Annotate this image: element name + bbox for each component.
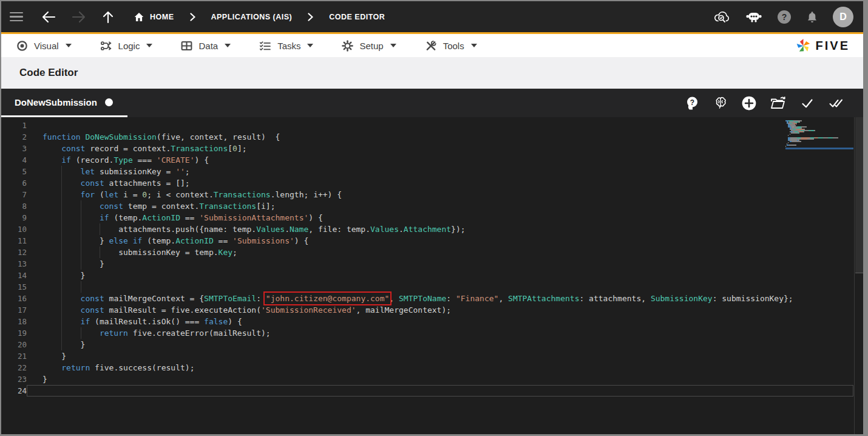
line-number: 4 — [1, 154, 27, 166]
menu-data[interactable]: Data — [180, 39, 231, 52]
chevron-down-icon — [471, 44, 477, 47]
menu-label: Setup — [359, 41, 383, 51]
five-logo: FIVE — [795, 38, 850, 54]
code-line[interactable]: 3const record = context.Transactions[0]; — [1, 143, 853, 154]
main-menu-bar: Visual Logic Data Tasks — [1, 34, 863, 57]
five-pinwheel-icon — [795, 38, 812, 54]
flow-icon — [100, 39, 113, 52]
line-number: 24 — [1, 385, 27, 397]
line-number: 10 — [1, 223, 27, 235]
code-editor: DoNewSubmission ? — [1, 89, 863, 434]
minimap[interactable] — [785, 119, 853, 150]
line-number: 23 — [1, 373, 27, 385]
line-number: 6 — [1, 177, 27, 189]
editor-tab-bar: DoNewSubmission ? — [1, 89, 863, 117]
cloud-search-icon[interactable] — [713, 9, 731, 25]
add-icon[interactable] — [741, 95, 757, 111]
code-line[interactable]: 20} — [1, 339, 853, 350]
gear-icon — [341, 39, 354, 52]
page-title: Code Editor — [19, 67, 78, 79]
code-line[interactable]: 17const mailResult = five.executeAction(… — [1, 304, 853, 316]
code-line[interactable]: 18if (mailResult.isOk() === false) { — [1, 316, 853, 327]
chevron-down-icon — [307, 44, 313, 47]
chevron-down-icon — [390, 44, 396, 47]
menu-visual[interactable]: Visual — [16, 39, 72, 52]
user-avatar[interactable]: D — [833, 7, 853, 27]
chevron-down-icon — [66, 44, 72, 47]
code-line[interactable]: 5let submissionKey = ''; — [1, 166, 853, 177]
menu-setup[interactable]: Setup — [341, 39, 396, 52]
check-all-icon[interactable] — [828, 96, 845, 111]
code-line[interactable]: 4if (record.Type === 'CREATE') { — [1, 154, 853, 166]
breadcrumb-home[interactable]: HOME — [134, 12, 174, 22]
code-line[interactable]: 13} — [1, 258, 853, 270]
code-area[interactable]: 12function DoNewSubmission(five, context… — [1, 117, 863, 434]
up-arrow-icon[interactable] — [102, 10, 114, 24]
code-line[interactable]: 19return five.createError(mailResult); — [1, 327, 853, 339]
code-line[interactable]: 23} — [1, 373, 853, 385]
menu-logic[interactable]: Logic — [100, 39, 153, 52]
breadcrumb-label: HOME — [150, 13, 174, 21]
vertical-scrollbar[interactable] — [854, 117, 863, 434]
assistant-bot-icon[interactable] — [745, 10, 763, 24]
line-number: 8 — [1, 200, 27, 212]
scrollbar-thumb[interactable] — [855, 117, 863, 273]
top-navigation-bar: HOME APPLICATIONS (AIS) CODE EDITOR — [1, 1, 863, 34]
line-number: 9 — [1, 212, 27, 223]
back-arrow-icon[interactable] — [41, 11, 56, 23]
breadcrumb-label: CODE EDITOR — [329, 13, 385, 21]
chevron-right-icon — [190, 13, 195, 21]
code-line[interactable]: 14} — [1, 270, 853, 281]
line-number: 11 — [1, 235, 27, 247]
chevron-right-icon — [308, 13, 313, 21]
menu-label: Tasks — [277, 41, 300, 51]
line-number: 2 — [1, 131, 27, 143]
line-number: 18 — [1, 316, 27, 327]
code-line[interactable]: 6const attachments = []; — [1, 177, 853, 189]
code-line[interactable]: 15 — [1, 281, 853, 293]
code-line[interactable]: 12submissionKey = temp.Key; — [1, 247, 853, 258]
line-number: 20 — [1, 339, 27, 350]
code-line[interactable]: 10attachments.push({name: temp.Values.Na… — [1, 223, 853, 235]
breadcrumb-label: APPLICATIONS (AIS) — [211, 13, 293, 21]
code-line[interactable]: 8const temp = context.Transactions[i]; — [1, 200, 853, 212]
unsaved-dot-icon — [105, 98, 113, 106]
menu-label: Data — [198, 41, 218, 51]
menu-tasks[interactable]: Tasks — [259, 39, 313, 52]
code-line[interactable]: 11} else if (temp.ActionID == 'Submissio… — [1, 235, 853, 247]
code-line[interactable]: 24 — [1, 385, 853, 397]
code-line[interactable]: 21} — [1, 350, 853, 362]
line-number: 22 — [1, 362, 27, 373]
code-line[interactable]: 1 — [1, 120, 853, 131]
notifications-bell-icon[interactable] — [805, 10, 819, 24]
code-line[interactable]: 16const mailMergeContext = {SMTPToEmail:… — [1, 293, 853, 304]
open-function-folder-icon[interactable] — [770, 95, 787, 111]
menu-label: Logic — [118, 41, 140, 51]
home-icon — [134, 12, 144, 22]
breadcrumb-applications[interactable]: APPLICATIONS (AIS) — [211, 13, 293, 21]
line-number: 13 — [1, 258, 27, 270]
page-header: Code Editor — [1, 57, 863, 89]
line-number: 21 — [1, 350, 27, 362]
line-number: 1 — [1, 120, 27, 131]
menu-label: Tools — [443, 41, 464, 51]
table-icon — [180, 39, 193, 52]
brain-icon[interactable] — [713, 95, 728, 111]
code-line[interactable]: 22return five.success(result); — [1, 362, 853, 373]
tab-donewsubmission[interactable]: DoNewSubmission — [1, 89, 127, 117]
line-number: 19 — [1, 327, 27, 339]
forward-arrow-icon[interactable] — [72, 11, 86, 23]
help-icon[interactable]: ? — [777, 10, 792, 24]
code-line[interactable]: 7for (let i = 0; i < context.Transaction… — [1, 189, 853, 200]
menu-icon[interactable] — [10, 12, 23, 22]
tab-label: DoNewSubmission — [15, 97, 97, 107]
check-icon[interactable] — [799, 96, 815, 111]
line-number: 3 — [1, 143, 27, 154]
svg-text:?: ? — [782, 12, 787, 22]
code-line[interactable]: 9if (temp.ActionID == 'SubmissionAttachm… — [1, 212, 853, 223]
hint-head-icon[interactable]: ? — [685, 95, 700, 111]
menu-tools[interactable]: Tools — [424, 39, 477, 52]
breadcrumb-code-editor[interactable]: CODE EDITOR — [329, 13, 385, 21]
code-line[interactable]: 2function DoNewSubmission(five, context,… — [1, 131, 853, 143]
eye-icon — [16, 39, 29, 52]
